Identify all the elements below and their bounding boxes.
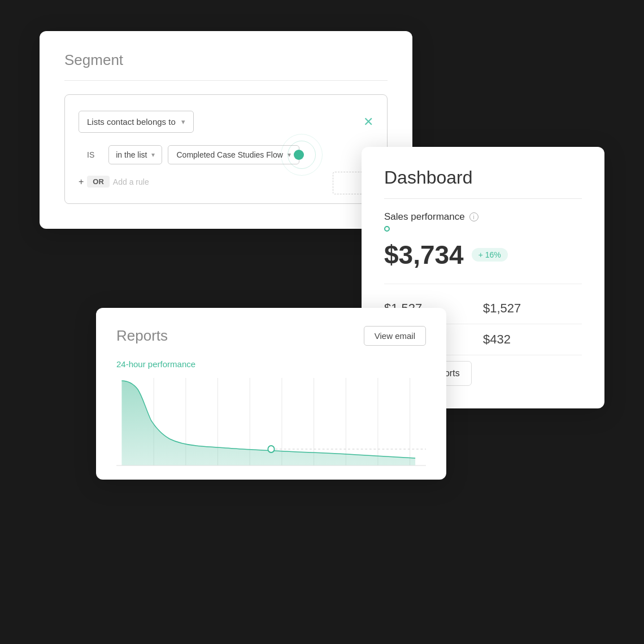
growth-badge: + 16% <box>472 248 508 262</box>
or-button[interactable]: + OR Add a rule <box>79 176 149 188</box>
plus-icon: + <box>79 177 84 187</box>
in-the-list-dropdown[interactable]: in the list ▾ <box>108 145 162 164</box>
stat-cell-4: $432 <box>483 324 582 355</box>
add-rule-text: Add a rule <box>113 177 149 186</box>
view-email-button[interactable]: View email <box>364 326 426 346</box>
segment-row3: + OR Add a rule <box>79 176 373 188</box>
flow-dropdown[interactable]: Completed Case Studies Flow ▾ <box>168 145 299 164</box>
segment-inner-box: Lists contact belongs to ▾ ✕ IS in the l… <box>64 94 388 204</box>
lists-dropdown-chevron: ▾ <box>181 118 185 126</box>
info-icon-text: i <box>473 214 475 220</box>
flow-connector-dot <box>294 150 304 160</box>
chart-dot <box>268 446 274 452</box>
reports-header: Reports View email <box>116 326 426 346</box>
close-button[interactable]: ✕ <box>363 115 373 129</box>
reports-title: Reports <box>116 327 168 345</box>
list-dropdown-chevron: ▾ <box>151 151 155 159</box>
list-dropdown-label: in the list <box>116 150 147 159</box>
main-value-row: $3,734 + 16% <box>384 240 582 270</box>
stats-divider <box>384 284 582 284</box>
flow-dropdown-label: Completed Case Studies Flow <box>176 150 282 159</box>
segment-title: Segment <box>64 51 388 69</box>
segment-row2: IS in the list ▾ Completed Case Studies … <box>79 145 373 164</box>
view-email-label: View email <box>375 331 415 341</box>
info-icon[interactable]: i <box>469 212 478 221</box>
is-label: IS <box>79 145 103 164</box>
reports-card: Reports View email 24-hour performance <box>96 308 446 480</box>
segment-divider <box>64 80 388 81</box>
segment-card: Segment Lists contact belongs to ▾ ✕ IS … <box>40 31 412 229</box>
chart-area <box>116 378 426 480</box>
or-badge: OR <box>87 176 110 188</box>
chart-area-fill <box>121 381 415 465</box>
performance-chart <box>116 378 426 480</box>
segment-row1: Lists contact belongs to ▾ ✕ <box>79 111 373 133</box>
sales-perf-label: Sales performance <box>384 211 465 223</box>
stat-cell-2: $1,527 <box>483 293 582 324</box>
flow-dropdown-chevron: ▾ <box>288 151 291 159</box>
stat-value-4: $432 <box>483 332 511 346</box>
perf-label: 24-hour performance <box>116 359 426 369</box>
sales-connector-dot <box>384 226 390 232</box>
lists-dropdown-label: Lists contact belongs to <box>87 117 176 127</box>
dashboard-divider <box>384 198 582 199</box>
stat-value-2: $1,527 <box>483 301 521 315</box>
dashboard-title: Dashboard <box>384 167 582 188</box>
sales-perf-row: Sales performance i <box>384 211 582 223</box>
lists-dropdown[interactable]: Lists contact belongs to ▾ <box>79 111 194 133</box>
main-value: $3,734 <box>384 240 464 270</box>
